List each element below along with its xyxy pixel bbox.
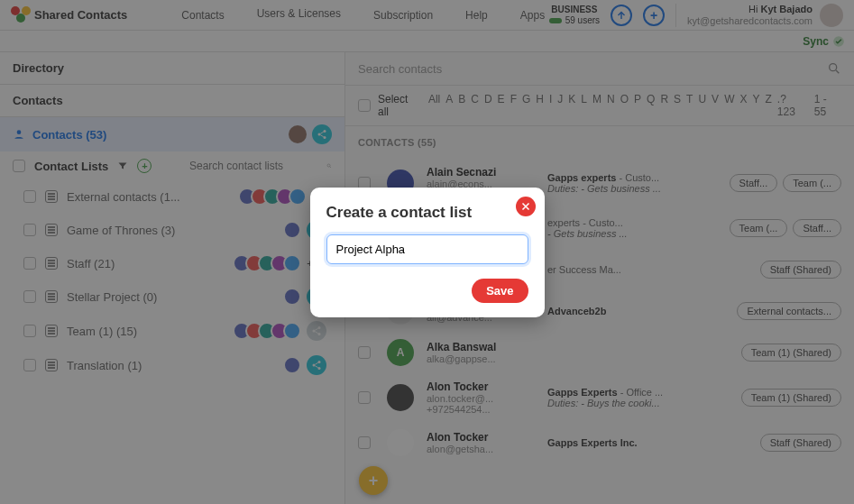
list-name-input[interactable] [326, 234, 528, 264]
modal-close-button[interactable] [516, 197, 536, 216]
save-button[interactable]: Save [472, 279, 528, 303]
create-list-modal: Create a contact list Save [310, 188, 545, 317]
modal-title: Create a contact list [326, 204, 528, 222]
modal-overlay: Create a contact list Save [0, 0, 854, 504]
close-icon [520, 201, 531, 212]
